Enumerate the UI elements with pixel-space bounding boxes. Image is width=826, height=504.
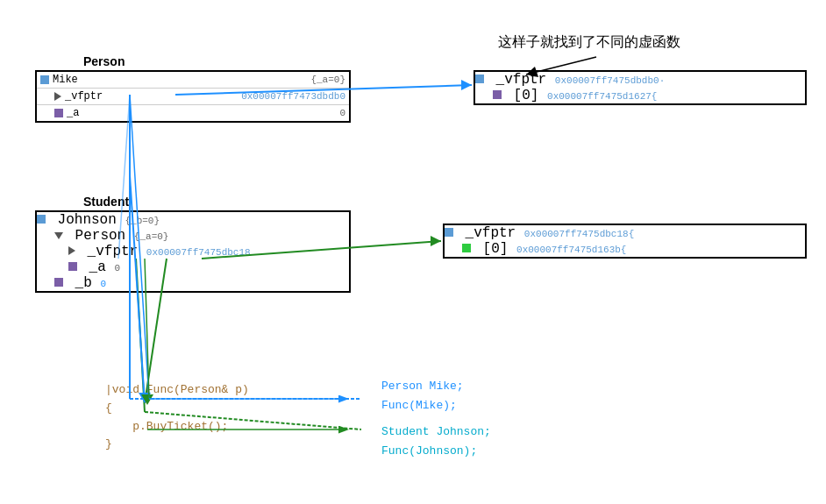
main-line-student-johnson: Student Johnson; <box>381 422 491 442</box>
purple-cube-icon-3 <box>68 262 77 271</box>
vfptr-student-0-row: [0] 0x00007ff7475d163b{ <box>445 241 805 257</box>
student-vfptr-value: 0x00007ff7475dbc18 <box>146 247 251 258</box>
vfptr-person-header-value: 0x00007ff7475dbdb0· <box>555 75 665 86</box>
vfptr-student-0-name: [0] <box>483 241 509 257</box>
purple-cube-icon-4 <box>54 278 63 287</box>
student-johnson-value: {_b=0} <box>125 216 160 226</box>
vfptr-person-0-value: 0x00007ff7475d1627{ <box>547 91 657 102</box>
vfptr-person-0-row: [0] 0x00007ff7475d1627{ <box>475 88 805 103</box>
main-line-func-mike: Func(Mike); <box>381 396 491 415</box>
student-johnson-row: Johnson {_b=0} <box>37 212 349 228</box>
purple-cube-icon-2 <box>493 90 502 99</box>
vfptr-student-header-name: _vfptr <box>466 225 516 241</box>
person-vfptr-row: _vfptr 0x00007ff7473dbdb0 <box>37 89 349 105</box>
vfptr-student-header-value: 0x00007ff7475dbc18{ <box>524 229 634 239</box>
main-line-person-mike: Person Mike; <box>381 377 491 396</box>
expand-icon <box>54 92 61 101</box>
student-a-row: _a 0 <box>37 259 349 275</box>
expand-icon-2 <box>68 246 75 255</box>
vfptr-person-header-row: _vfptr 0x00007ff7475dbdb0· <box>475 72 805 88</box>
person-mike-value: {_a=0} <box>223 75 345 85</box>
vfptr-person-box: _vfptr 0x00007ff7475dbdb0· [0] 0x00007ff… <box>474 70 807 105</box>
svg-marker-1 <box>461 80 472 90</box>
person-box: Mike {_a=0} _vfptr 0x00007ff7473dbdb0 _a… <box>35 70 351 123</box>
person-mike-row: Mike {_a=0} <box>37 72 349 89</box>
student-b-value: 0 <box>100 279 106 289</box>
student-a-value: 0 <box>114 263 120 273</box>
func-code-block: |void Func(Person& p) { p.BuyTicket(); } <box>105 381 249 454</box>
vfptr-student-header-row: _vfptr 0x00007ff7475dbc18{ <box>445 225 805 241</box>
student-box: Johnson {_b=0} Person {_a=0} _vfptr 0x00… <box>35 210 351 293</box>
student-vfptr-row: _vfptr 0x00007ff7475dbc18 <box>37 244 349 259</box>
student-vfptr-name: _vfptr <box>88 244 139 259</box>
blue-square-icon-3 <box>37 215 46 224</box>
person-mike-name: Mike <box>53 74 223 86</box>
triangle-down-icon <box>54 232 63 239</box>
chinese-label: 这样子就找到了不同的虚函数 <box>498 33 680 52</box>
person-a-name: _a <box>67 107 223 119</box>
student-b-row: _b 0 <box>37 275 349 291</box>
blue-square-icon-4 <box>445 228 453 237</box>
student-johnson-name: Johnson <box>58 212 117 228</box>
person-vfptr-value: 0x00007ff7473dbdb0 <box>223 91 345 102</box>
blue-square-icon <box>40 75 49 84</box>
green-cube-icon <box>462 244 471 252</box>
student-a-name: _a <box>89 259 106 275</box>
func-line-3: p.BuyTicket(); <box>105 418 249 437</box>
diagram-container: 这样子就找到了不同的虚函数 Person Mike {_a=0} _vfptr … <box>0 0 826 504</box>
person-a-value: 0 <box>223 108 345 118</box>
student-person-value: {_a=0} <box>134 231 169 242</box>
student-label: Student <box>83 195 129 209</box>
main-line-func-johnson: Func(Johnson); <box>381 442 491 461</box>
person-label: Person <box>83 54 125 68</box>
person-a-row: _a 0 <box>37 105 349 121</box>
vfptr-student-0-value: 0x00007ff7475d163b{ <box>516 245 626 255</box>
func-line-2: { <box>105 400 249 418</box>
person-vfptr-name: _vfptr <box>65 90 223 103</box>
student-b-name: _b <box>75 275 92 291</box>
vfptr-person-header-name: _vfptr <box>496 72 547 88</box>
main-code-block: Person Mike; Func(Mike); Student Johnson… <box>381 377 491 461</box>
student-person-name: Person <box>75 228 126 244</box>
vfptr-person-0-name: [0] <box>514 88 539 103</box>
svg-marker-5 <box>431 236 441 246</box>
func-line-1: |void Func(Person& p) <box>105 381 249 400</box>
student-person-row: Person {_a=0} <box>37 228 349 244</box>
vfptr-student-box: _vfptr 0x00007ff7475dbc18{ [0] 0x00007ff… <box>443 224 807 259</box>
func-line-4: } <box>105 436 249 454</box>
purple-cube-icon <box>54 109 63 117</box>
blue-square-icon-2 <box>475 75 484 83</box>
